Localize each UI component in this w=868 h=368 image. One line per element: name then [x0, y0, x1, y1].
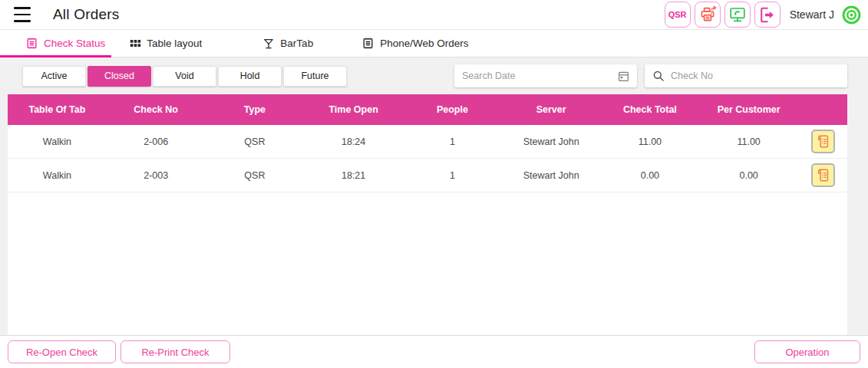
page-title: All Orders [53, 6, 119, 23]
footer-bar: Re-Open Check Re-Print Check Operation [0, 335, 868, 368]
tab-phone-web-orders[interactable]: Phone/Web Orders [361, 37, 468, 50]
orders-table-panel: Table Of Tab Check No Type Time Open Peo… [8, 94, 847, 335]
table-empty-area [8, 192, 847, 335]
qsr-mode-button[interactable]: QSR [665, 2, 691, 28]
search-check-no-field[interactable] [645, 64, 847, 87]
cell-type: QSR [206, 136, 305, 147]
tab-table-layout[interactable]: Table layout [130, 38, 202, 49]
check-no-input[interactable] [671, 71, 840, 81]
order-details-button[interactable] [811, 130, 835, 153]
column-header: People [403, 104, 502, 115]
filter-void-button[interactable]: Void [153, 66, 216, 87]
receipt-icon [25, 37, 38, 50]
display-sync-button[interactable] [724, 2, 751, 28]
search-date-field[interactable] [454, 64, 637, 87]
filter-active-button[interactable]: Active [22, 66, 86, 87]
monitor-sync-icon [728, 5, 747, 24]
tab-bar: Check Status Table layout BarTab Phone/W… [0, 30, 868, 58]
operation-button[interactable]: Operation [754, 340, 860, 363]
column-header: Check No [107, 104, 206, 115]
printer-button[interactable] [695, 2, 721, 28]
filter-closed-button[interactable]: Closed [87, 66, 151, 87]
printer-wireless-icon [698, 5, 717, 24]
order-details-icon [815, 167, 831, 183]
cell-check-no: 2-006 [107, 136, 206, 147]
status-filter-group: Active Closed Void Hold Future [22, 66, 347, 87]
tab-label: Phone/Web Orders [380, 38, 468, 49]
content-area: Active Closed Void Hold Future [0, 58, 868, 335]
qsr-button-label: QSR [668, 10, 687, 19]
search-date-input[interactable] [462, 71, 612, 81]
tab-check-status[interactable]: Check Status [25, 37, 105, 50]
hamburger-menu-icon[interactable] [14, 7, 32, 22]
cell-time-open: 18:24 [304, 136, 403, 147]
filter-future-button[interactable]: Future [283, 66, 347, 87]
cell-check-total: 0.00 [601, 170, 700, 181]
cell-time-open: 18:21 [304, 170, 403, 181]
cell-server: Stewart John [502, 170, 601, 181]
cell-check-total: 11.00 [601, 136, 700, 147]
filter-hold-button[interactable]: Hold [218, 66, 282, 87]
search-fields [454, 64, 847, 87]
cell-table-of-tab: Walkin [8, 136, 107, 147]
column-header: Server [502, 104, 601, 115]
search-icon [652, 70, 665, 82]
logout-button[interactable] [754, 2, 781, 28]
cell-server: Stewart John [502, 136, 601, 147]
cell-per-customer: 11.00 [699, 136, 798, 147]
grid-icon [130, 38, 141, 49]
tab-label: Check Status [44, 38, 105, 49]
column-header: Type [206, 104, 305, 115]
controls-row: Active Closed Void Hold Future [8, 64, 847, 87]
cell-check-no: 2-003 [107, 170, 206, 181]
calendar-icon[interactable] [618, 71, 629, 82]
cell-per-customer: 0.00 [699, 170, 798, 181]
order-details-button[interactable] [811, 163, 835, 187]
reprint-check-button[interactable]: Re-Print Check [120, 340, 230, 363]
table-header-row: Table Of Tab Check No Type Time Open Peo… [8, 94, 847, 125]
topbar-actions: QSR [665, 2, 863, 28]
tab-label: Table layout [147, 38, 202, 49]
reopen-check-button[interactable]: Re-Open Check [8, 340, 116, 363]
column-header: Check Total [601, 104, 700, 115]
top-bar: All Orders QSR [0, 0, 868, 30]
logout-icon [757, 5, 777, 25]
cell-people: 1 [403, 170, 502, 181]
order-details-icon [815, 133, 831, 150]
online-status-icon [841, 5, 862, 25]
active-tab-indicator [0, 55, 111, 58]
column-header: Time Open [304, 104, 403, 115]
table-row[interactable]: Walkin 2-003 QSR 18:21 1 Stewart John 0.… [8, 159, 847, 192]
logged-in-user: Stewart J [790, 8, 834, 21]
tab-bartab[interactable]: BarTab [262, 38, 313, 50]
column-header: Per Customer [699, 104, 798, 115]
table-row[interactable]: Walkin 2-006 QSR 18:24 1 Stewart John 11… [8, 125, 847, 159]
cell-type: QSR [206, 170, 305, 181]
cell-people: 1 [403, 136, 502, 147]
martini-icon [262, 38, 275, 50]
tab-label: BarTab [280, 38, 313, 49]
column-header: Table Of Tab [8, 104, 107, 115]
receipt-icon [361, 37, 375, 50]
cell-table-of-tab: Walkin [8, 170, 107, 181]
